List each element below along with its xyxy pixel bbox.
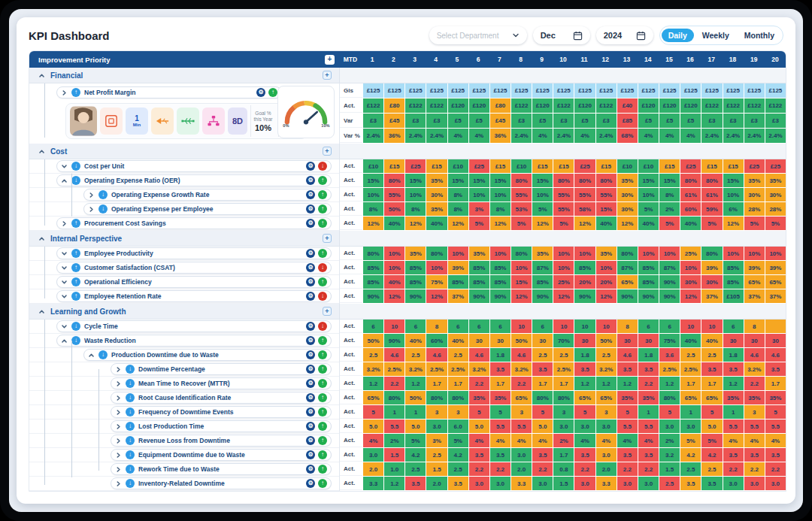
chevron-right-icon[interactable] bbox=[115, 452, 122, 459]
plus-square-icon[interactable]: + bbox=[323, 71, 332, 80]
gear-icon[interactable]: ⚙ bbox=[306, 479, 315, 488]
chevron-right-icon[interactable] bbox=[115, 423, 122, 430]
gear-icon[interactable]: ⚙ bbox=[306, 219, 315, 228]
kpi-row-pill[interactable]: ↓ Waste Reduction ⚙ ↑ bbox=[56, 335, 332, 347]
kpi-row-pill[interactable]: ↑ Operational Efficiency ⚙ ↑ bbox=[56, 276, 332, 288]
gear-icon[interactable]: ⚙ bbox=[306, 336, 315, 345]
gear-icon[interactable]: ⚙ bbox=[306, 176, 315, 185]
chevron-right-icon[interactable] bbox=[115, 395, 122, 401]
kpi-row-pill[interactable]: ↓ Mean Time to Recover (MTTR) ⚙ ↑ bbox=[111, 377, 332, 389]
chevron-down-icon[interactable] bbox=[61, 265, 68, 271]
chevron-up-icon[interactable] bbox=[61, 177, 68, 184]
plus-square-icon[interactable]: + bbox=[323, 307, 332, 316]
gear-icon[interactable]: ⚙ bbox=[306, 379, 315, 388]
gear-icon[interactable]: ⚙ bbox=[306, 204, 315, 214]
chevron-down-icon[interactable] bbox=[61, 279, 68, 286]
tree-diagram-icon[interactable] bbox=[202, 108, 225, 135]
period-option-daily[interactable]: Daily bbox=[662, 29, 694, 42]
kpi-row: ↑ Employee Productivity ⚙ ↑ bbox=[29, 247, 339, 261]
gear-icon[interactable]: ⚙ bbox=[306, 350, 315, 359]
data-cell: 30 bbox=[744, 334, 765, 347]
arrow-fishbone-icon[interactable] bbox=[151, 108, 174, 135]
chevron-right-icon[interactable] bbox=[115, 480, 122, 487]
chevron-right-icon[interactable] bbox=[115, 466, 122, 473]
gear-icon[interactable]: ⚙ bbox=[306, 322, 315, 331]
gear-icon[interactable]: ⚙ bbox=[306, 277, 315, 286]
kpi-row-pill[interactable]: ↑ Employee Productivity ⚙ ↑ bbox=[56, 247, 332, 259]
chevron-right-icon[interactable] bbox=[115, 380, 122, 387]
gear-icon[interactable]: ⚙ bbox=[306, 263, 315, 272]
data-cell: 40% bbox=[426, 217, 447, 230]
kpi-row-pill[interactable]: ↓ Cost per Unit ⚙ ↓ bbox=[56, 160, 332, 172]
month-picker[interactable]: Dec bbox=[533, 26, 590, 44]
kpi-row-pill[interactable]: ↓ Operating Expense Growth Rate ⚙ ↑ bbox=[83, 189, 332, 201]
kpi-row-pill[interactable]: ↓ Production Downtime due to Waste ⚙ ↑ bbox=[83, 349, 332, 361]
data-cell: 85% bbox=[574, 261, 595, 274]
kpi-row-pill[interactable]: ↓ Rework Time due to Waste ⚙ ↑ bbox=[111, 463, 332, 475]
chevron-up-icon[interactable] bbox=[38, 235, 45, 242]
gear-icon[interactable]: ⚙ bbox=[306, 249, 315, 258]
kpi-row-pill[interactable]: ↓ Operating Expense Ratio (OER) ⚙ ↑ bbox=[56, 174, 332, 186]
plus-square-icon[interactable]: + bbox=[323, 147, 332, 156]
chevron-right-icon[interactable] bbox=[88, 206, 95, 213]
data-cell: £15 bbox=[384, 159, 404, 173]
chevron-down-icon[interactable] bbox=[61, 323, 68, 330]
gear-icon[interactable]: ⚙ bbox=[306, 162, 315, 171]
chevron-down-icon[interactable] bbox=[61, 250, 68, 257]
chevron-up-icon[interactable] bbox=[38, 72, 45, 79]
kpi-row-pill[interactable]: ↓ Frequency of Downtime Events ⚙ ↑ bbox=[111, 406, 332, 418]
kpi-row-pill[interactable]: ↓ Downtime Percentage ⚙ ↑ bbox=[111, 363, 332, 375]
gear-icon[interactable]: ⚙ bbox=[306, 450, 315, 459]
kpi-row-pill[interactable]: ↑ Procurement Cost Savings ⚙ ↑ bbox=[56, 217, 332, 229]
gear-icon[interactable]: ⚙ bbox=[306, 422, 315, 431]
chevron-down-icon[interactable] bbox=[61, 163, 68, 170]
plus-square-icon[interactable]: + bbox=[325, 55, 335, 65]
chevron-down-icon[interactable] bbox=[61, 293, 68, 300]
a3-report-icon[interactable] bbox=[100, 108, 123, 135]
kpi-row-pill[interactable]: ↓ Inventory-Related Downtime ⚙ ↑ bbox=[111, 477, 332, 489]
chevron-right-icon[interactable] bbox=[61, 89, 68, 96]
kpi-row-pill[interactable]: ↑ Employee Retention Rate ⚙ ↓ bbox=[56, 290, 332, 302]
kpi-row-pill[interactable]: ↑ Customer Satisfaction (CSAT) ⚙ ↓ bbox=[56, 262, 332, 274]
data-cell: 1.8 bbox=[638, 348, 659, 362]
chevron-up-icon[interactable] bbox=[38, 308, 45, 315]
gear-icon[interactable]: ⚙ bbox=[256, 88, 265, 97]
one-minute-badge[interactable]: 1Min bbox=[126, 108, 148, 135]
kpi-row-pill[interactable]: ↓ Revenue Loss from Downtime ⚙ ↑ bbox=[111, 435, 332, 447]
gear-icon[interactable]: ⚙ bbox=[306, 407, 315, 416]
kpi-row-pill[interactable]: ↓ Lost Production Time ⚙ ↑ bbox=[111, 420, 332, 432]
data-cell: 8% bbox=[448, 188, 468, 201]
status-up-icon: ↑ bbox=[318, 422, 327, 431]
kpi-row-pill[interactable]: ↓ Operating Expense per Employee ⚙ ↑ bbox=[83, 203, 332, 215]
kpi-row-pill[interactable]: ↓ Root Cause Identification Rate ⚙ ↑ bbox=[111, 392, 332, 404]
row-type-label: Act. bbox=[340, 159, 362, 173]
gear-icon[interactable]: ⚙ bbox=[306, 465, 315, 474]
data-cell: 2.2 bbox=[744, 377, 765, 390]
period-option-monthly[interactable]: Monthly bbox=[738, 29, 781, 42]
chevron-up-icon[interactable] bbox=[61, 338, 68, 344]
kpi-row-pill[interactable]: ↑ Net Profit Margin ⚙ ↑ bbox=[56, 86, 282, 98]
gear-icon[interactable]: ⚙ bbox=[306, 436, 315, 445]
plus-square-icon[interactable]: + bbox=[323, 234, 332, 243]
gear-icon[interactable]: ⚙ bbox=[306, 365, 315, 374]
data-cell: 25% bbox=[680, 247, 701, 260]
kpi-row-pill[interactable]: ↓ Cycle Time ⚙ ↓ bbox=[56, 320, 332, 332]
gear-icon[interactable]: ⚙ bbox=[306, 190, 315, 199]
gear-icon[interactable]: ⚙ bbox=[306, 292, 315, 301]
chevron-right-icon[interactable] bbox=[88, 192, 95, 198]
gear-icon[interactable]: ⚙ bbox=[306, 393, 315, 402]
period-option-weekly[interactable]: Weekly bbox=[695, 29, 736, 42]
data-cell: 35% bbox=[426, 174, 447, 187]
department-select[interactable]: Select Department bbox=[429, 26, 527, 44]
eight-d-badge[interactable]: 8D bbox=[228, 108, 247, 135]
kpi-row-pill[interactable]: ↓ Equipment Downtime due to Waste ⚙ ↑ bbox=[111, 449, 332, 461]
chevron-right-icon[interactable] bbox=[115, 366, 122, 373]
avatar[interactable] bbox=[70, 106, 97, 136]
chevron-up-icon[interactable] bbox=[88, 352, 95, 359]
year-picker[interactable]: 2024 bbox=[596, 26, 653, 44]
chevron-right-icon[interactable] bbox=[61, 220, 68, 227]
chevron-right-icon[interactable] bbox=[115, 409, 122, 416]
chevron-right-icon[interactable] bbox=[115, 438, 122, 444]
chevron-up-icon[interactable] bbox=[38, 148, 45, 155]
fishbone-diagram-icon[interactable] bbox=[177, 108, 199, 135]
